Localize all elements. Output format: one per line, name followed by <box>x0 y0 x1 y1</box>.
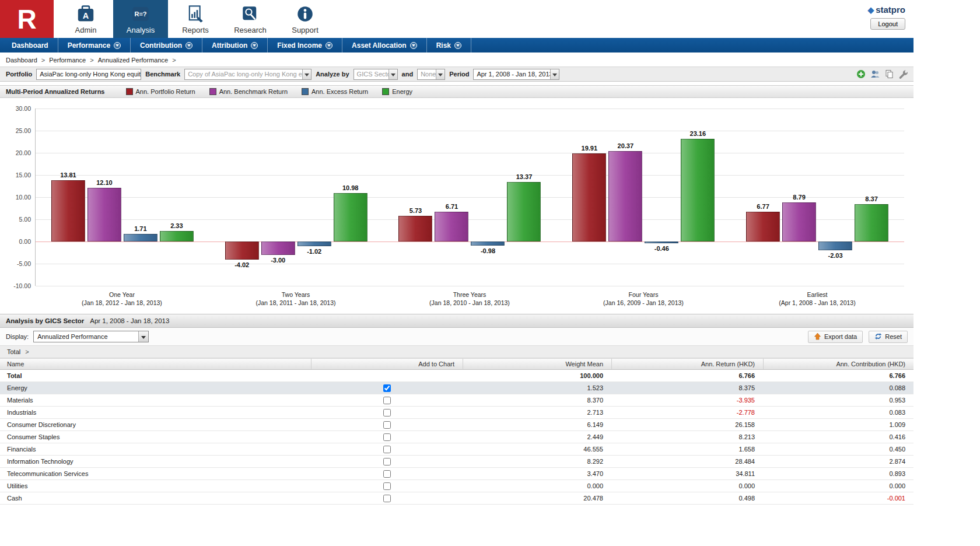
bar-value-label: 12.10 <box>88 179 121 186</box>
add-to-chart-checkbox[interactable] <box>383 421 391 429</box>
bar-ann-excess-return[interactable] <box>645 242 678 243</box>
bar-ann-benchmark-return[interactable] <box>608 151 642 242</box>
tab-label: Admin <box>75 26 97 34</box>
add-to-chart-checkbox[interactable] <box>383 384 391 392</box>
bar-ann-portfolio-return[interactable] <box>572 153 606 242</box>
display-label: Display: <box>6 333 29 340</box>
statpro-diamond-icon <box>867 5 874 15</box>
analyze-by-select[interactable]: GICS Sector <box>354 69 398 80</box>
breadcrumb-item-performance[interactable]: Performance <box>49 57 86 64</box>
bar-ann-portfolio-return[interactable] <box>225 242 259 260</box>
app-logo[interactable]: R <box>0 0 54 38</box>
bar-energy[interactable] <box>334 193 368 242</box>
portfolio-input[interactable]: AsiaPac long-only Hong Kong equity <box>36 69 141 80</box>
menu-item-performance[interactable]: Performance <box>58 38 131 52</box>
bar-ann-benchmark-return[interactable] <box>261 242 295 255</box>
copy-icon[interactable] <box>884 69 894 79</box>
chart-title: Multi-Period Annualized Returns <box>6 88 105 95</box>
row-ann-contribution: 0.893 <box>763 470 914 477</box>
tab-research[interactable]: Research <box>223 0 278 38</box>
column-header-weight-mean[interactable]: Weight Mean <box>463 359 611 369</box>
menu-item-risk[interactable]: Risk <box>427 38 471 52</box>
x-axis-label: One Year(Jan 18, 2012 - Jan 18, 2013) <box>35 290 209 307</box>
x-axis-label: Three Years(Jan 18, 2010 - Jan 18, 2013) <box>383 290 556 307</box>
row-ann-contribution: 0.416 <box>763 433 914 440</box>
breadcrumb-item-annualized-performance[interactable]: Annualized Performance <box>98 57 168 64</box>
bar-ann-portfolio-return[interactable] <box>398 216 432 242</box>
column-header-add-to-chart[interactable]: Add to Chart <box>311 359 463 369</box>
row-checkbox-cell <box>311 421 463 429</box>
bar-ann-excess-return[interactable] <box>471 242 505 246</box>
menu-item-contribution[interactable]: Contribution <box>131 38 202 52</box>
column-header-name[interactable]: Name <box>0 359 311 369</box>
bar-ann-excess-return[interactable] <box>298 242 331 246</box>
add-chart-icon[interactable] <box>856 69 866 79</box>
add-to-chart-checkbox[interactable] <box>383 495 391 502</box>
legend-item-energy: Energy <box>382 88 412 95</box>
menu-item-asset-allocation[interactable]: Asset Allocation <box>342 38 427 52</box>
bar-energy[interactable] <box>681 139 715 242</box>
menu-item-attribution[interactable]: Attribution <box>202 38 268 52</box>
reset-button[interactable]: Reset <box>869 331 908 343</box>
add-to-chart-checkbox[interactable] <box>383 446 391 453</box>
add-to-chart-checkbox[interactable] <box>383 433 391 441</box>
row-ann-return: 26.158 <box>611 421 763 428</box>
share-users-icon[interactable] <box>870 69 880 79</box>
add-to-chart-checkbox[interactable] <box>383 458 391 466</box>
bar-ann-portfolio-return[interactable] <box>51 180 85 242</box>
menu-item-label: Dashboard <box>12 41 48 50</box>
bar-energy[interactable] <box>855 204 888 242</box>
bar-energy[interactable] <box>160 231 194 242</box>
display-select[interactable]: Annualized Performance <box>33 331 149 342</box>
app-tabs: AAdminR=?AnalysisReportsResearchSupport <box>58 0 332 38</box>
tab-label: Analysis <box>127 26 155 34</box>
menu-item-dashboard[interactable]: Dashboard <box>2 38 58 52</box>
y-axis-label: 0.00 <box>19 238 31 245</box>
bar-ann-benchmark-return[interactable] <box>782 202 816 242</box>
benchmark-select[interactable]: Copy of AsiaPac long-only Hong Kong equi… <box>184 69 312 80</box>
add-to-chart-checkbox[interactable] <box>383 397 391 404</box>
tab-support[interactable]: Support <box>278 0 332 38</box>
legend-item-ann-benchmark-return: Ann. Benchmark Return <box>209 88 288 95</box>
row-ann-return: 34.811 <box>611 470 763 477</box>
tab-admin[interactable]: AAdmin <box>58 0 113 38</box>
bar-value-label: 10.98 <box>334 184 368 191</box>
menu-item-fixed-income[interactable]: Fixed Income <box>268 38 342 52</box>
row-ann-contribution: -0.001 <box>763 495 914 502</box>
column-header-ann-contribution-hkd[interactable]: Ann. Contribution (HKD) <box>763 359 914 369</box>
bar-ann-benchmark-return[interactable] <box>88 188 121 242</box>
section-period: Apr 1, 2008 - Jan 18, 2013 <box>90 317 169 324</box>
bar-energy[interactable] <box>507 182 541 242</box>
period-select[interactable]: Apr 1, 2008 - Jan 18, 2013 <box>473 69 559 80</box>
drill-path-root[interactable]: Total <box>7 348 20 355</box>
add-to-chart-checkbox[interactable] <box>383 470 391 478</box>
table-row: Information Technology8.29228.4842.874 <box>0 456 914 468</box>
tab-analysis[interactable]: R=?Analysis <box>113 0 168 38</box>
y-axis-label: -5.00 <box>17 260 31 267</box>
legend-label: Ann. Excess Return <box>312 88 368 95</box>
add-to-chart-checkbox[interactable] <box>383 482 391 490</box>
settings-wrench-icon[interactable] <box>898 69 908 79</box>
menu-item-label: Performance <box>68 41 110 50</box>
bar-ann-excess-return[interactable] <box>124 234 158 242</box>
filter-toolbar <box>856 69 908 79</box>
logout-button[interactable]: Logout <box>870 18 905 30</box>
bar-ann-portfolio-return[interactable] <box>746 212 780 242</box>
bar-ann-benchmark-return[interactable] <box>435 212 468 242</box>
secondary-analyze-select[interactable]: None <box>417 69 445 80</box>
display-row: Display: Annualized Performance Export d… <box>0 328 914 345</box>
refresh-icon <box>874 332 882 341</box>
row-name: Information Technology <box>0 458 311 465</box>
breadcrumb-item-dashboard[interactable]: Dashboard <box>6 57 37 64</box>
row-checkbox-cell <box>311 433 463 441</box>
portfolio-label: Portfolio <box>6 71 32 78</box>
bar-value-label: 6.77 <box>746 203 780 210</box>
export-data-button[interactable]: Export data <box>808 331 863 343</box>
legend-swatch <box>209 88 216 95</box>
tab-reports[interactable]: Reports <box>168 0 223 38</box>
analyze-by-label: Analyze by <box>316 71 349 78</box>
add-to-chart-checkbox[interactable] <box>383 409 391 416</box>
bar-ann-excess-return[interactable] <box>818 242 852 250</box>
column-header-ann-return-hkd[interactable]: Ann. Return (HKD) <box>611 359 763 369</box>
x-axis-category: Earliest <box>730 290 904 299</box>
